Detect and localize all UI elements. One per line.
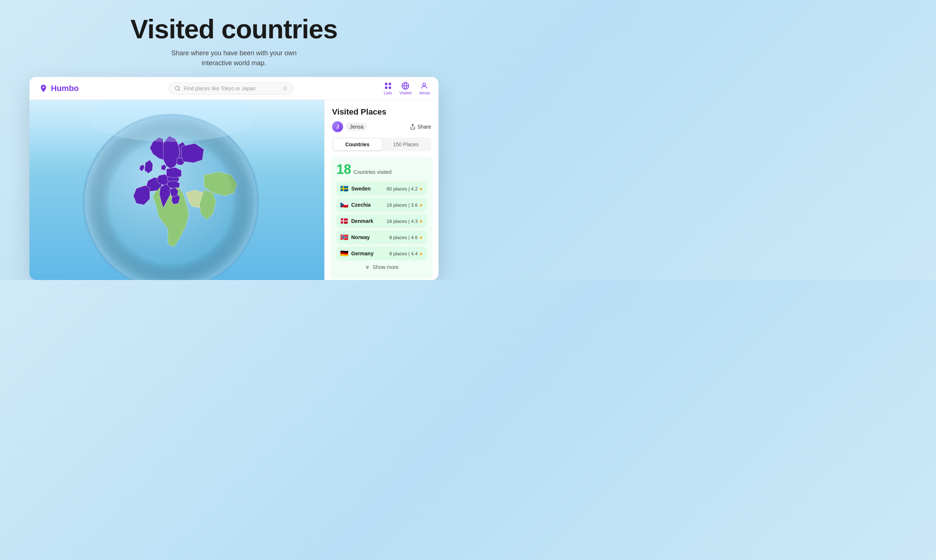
app-container: Humbo Find places like Tokyo or Japan / …	[29, 77, 439, 280]
logo-icon	[38, 83, 49, 94]
stats-count-row: 18 Countries visited	[336, 162, 427, 177]
share-label: Share	[417, 124, 431, 130]
country-item[interactable]: 🇩🇰 Denmark 18 places | 4.3 ★	[336, 214, 427, 228]
country-stats: 18 places | 3.6 ★	[386, 202, 423, 208]
show-more-label: Show more	[373, 264, 399, 270]
stats-card: 18 Countries visited 🇸🇪 Sweden 60 places…	[331, 157, 433, 279]
svg-rect-4	[385, 86, 387, 89]
nav-lists-label: Lists	[383, 91, 392, 95]
nav-item-visited[interactable]: Visited	[399, 82, 412, 95]
search-icon	[175, 86, 180, 91]
country-name: Denmark	[351, 218, 386, 224]
tab-places[interactable]: 150 Places	[382, 138, 430, 150]
svg-point-7	[423, 83, 426, 86]
svg-rect-3	[388, 83, 391, 85]
sidebar-header: Visited Places J Jensa Share Countries	[325, 100, 439, 157]
country-stats: 9 places | 4.4 ★	[389, 251, 423, 257]
sidebar: Visited Places J Jensa Share Countries	[324, 100, 439, 280]
star-icon: ★	[419, 235, 423, 240]
user-row: J Jensa Share	[332, 121, 431, 132]
country-item[interactable]: 🇩🇪 Germany 9 places | 4.4 ★	[336, 246, 427, 260]
star-icon: ★	[419, 219, 423, 224]
tab-row: Countries 150 Places	[332, 137, 431, 151]
nav-profile-label: Jensa	[419, 91, 430, 95]
logo[interactable]: Humbo	[38, 83, 79, 94]
search-input-container[interactable]: Find places like Tokyo or Japan /	[168, 82, 294, 95]
share-button[interactable]: Share	[410, 124, 431, 130]
show-more-button[interactable]: Show more	[336, 260, 427, 274]
country-name: Czechia	[351, 202, 386, 208]
hero-section: Visited countries Share where you have b…	[123, 0, 345, 77]
country-item[interactable]: 🇨🇿 Czechia 18 places | 3.6 ★	[336, 198, 427, 212]
country-name: Germany	[351, 251, 389, 257]
country-flag: 🇸🇪	[340, 185, 348, 193]
hero-subtitle: Share where you have been with your owni…	[131, 48, 337, 68]
sidebar-title: Visited Places	[332, 107, 431, 117]
nav-actions: Lists Visited Jensa	[383, 82, 430, 95]
country-name: Sweden	[351, 186, 386, 192]
tab-countries[interactable]: Countries	[333, 138, 382, 150]
svg-rect-2	[385, 83, 387, 85]
list-icon	[384, 82, 392, 90]
search-placeholder-text: Find places like Tokyo or Japan	[183, 86, 280, 91]
search-shortcut: /	[283, 86, 288, 91]
star-icon: ★	[419, 251, 423, 257]
user-info: J Jensa	[332, 121, 367, 132]
country-item[interactable]: 🇸🇪 Sweden 60 places | 4.2 ★	[336, 182, 427, 195]
navbar: Humbo Find places like Tokyo or Japan / …	[29, 77, 439, 100]
user-icon	[420, 82, 428, 90]
svg-point-1	[176, 86, 179, 90]
search-bar: Find places like Tokyo or Japan /	[94, 82, 369, 95]
country-item[interactable]: 🇳🇴 Norway 9 places | 4.6 ★	[336, 230, 427, 244]
country-stats: 60 places | 4.2 ★	[386, 186, 423, 192]
country-stats: 18 places | 4.3 ★	[386, 218, 423, 224]
map-area	[29, 100, 324, 280]
nav-visited-label: Visited	[399, 91, 412, 95]
stats-count: 18	[336, 162, 351, 177]
country-list: 🇸🇪 Sweden 60 places | 4.2 ★ 🇨🇿 Czechia 1…	[336, 182, 427, 260]
country-flag: 🇩🇰	[340, 217, 348, 225]
username-badge: Jensa	[346, 123, 367, 131]
country-flag: 🇩🇪	[340, 249, 348, 257]
star-icon: ★	[419, 186, 423, 192]
share-icon	[410, 124, 416, 130]
stats-label: Countries visited	[353, 169, 392, 175]
svg-point-13	[87, 100, 255, 142]
nav-item-lists[interactable]: Lists	[383, 82, 392, 95]
globe-svg	[29, 100, 324, 280]
user-avatar: J	[332, 121, 343, 132]
country-stats: 9 places | 4.6 ★	[389, 235, 423, 240]
nav-item-profile[interactable]: Jensa	[419, 82, 430, 95]
country-flag: 🇨🇿	[340, 201, 348, 209]
globe-icon	[401, 82, 410, 90]
star-icon: ★	[419, 203, 423, 208]
chevrons-down-icon	[365, 264, 370, 270]
country-flag: 🇳🇴	[340, 233, 348, 241]
svg-rect-5	[388, 86, 391, 89]
hero-title: Visited countries	[131, 15, 337, 44]
main-content: Visited Places J Jensa Share Countries	[29, 100, 439, 280]
country-name: Norway	[351, 234, 389, 240]
logo-text: Humbo	[51, 84, 79, 93]
